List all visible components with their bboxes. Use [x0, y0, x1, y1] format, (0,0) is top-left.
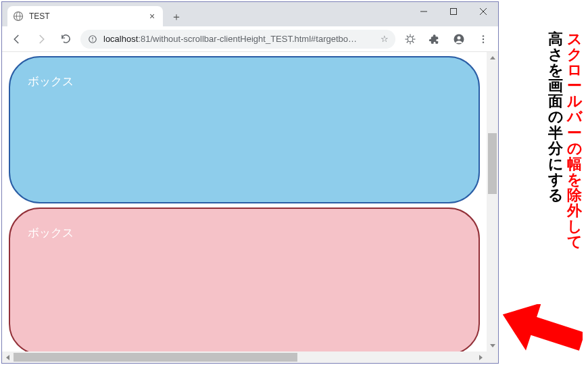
- url-port: :81: [138, 34, 150, 44]
- box-blue: ボックス: [9, 56, 480, 203]
- box-label: ボックス: [28, 75, 74, 88]
- forward-button[interactable]: [32, 30, 51, 49]
- scroll-left-button[interactable]: [2, 351, 14, 363]
- url-text: localhost:81/without-scrollbar-clientHei…: [103, 34, 375, 44]
- extension-icon[interactable]: [401, 30, 420, 49]
- address-bar[interactable]: localhost:81/without-scrollbar-clientHei…: [80, 30, 395, 49]
- tab-title: TEST: [29, 11, 141, 21]
- scroll-down-button[interactable]: [487, 340, 498, 351]
- new-tab-button[interactable]: ＋: [167, 7, 186, 26]
- box-pink: ボックス: [9, 208, 480, 351]
- horizontal-scrollbar[interactable]: [2, 351, 487, 363]
- svg-line-15: [407, 35, 408, 36]
- annotation-text-red: スクロールバーの幅を除外して: [566, 31, 583, 328]
- page-content: ボックス ボックス: [2, 52, 487, 351]
- annotation-overlay: スクロールバーの幅を除外して 高さを画面の半分にする: [501, 31, 588, 362]
- profile-avatar-icon[interactable]: [449, 30, 468, 49]
- toolbar: localhost:81/without-scrollbar-clientHei…: [2, 26, 498, 52]
- extensions-puzzle-icon[interactable]: [425, 30, 444, 49]
- arrow-icon: [495, 304, 583, 362]
- svg-marker-24: [495, 304, 583, 362]
- svg-line-16: [412, 41, 414, 43]
- vertical-scroll-thumb[interactable]: [488, 133, 497, 194]
- browser-window: TEST × ＋: [1, 1, 499, 364]
- site-info-icon[interactable]: [87, 34, 98, 45]
- box-label: ボックス: [28, 226, 74, 239]
- menu-kebab-icon[interactable]: [474, 30, 493, 49]
- window-controls: [409, 2, 498, 21]
- url-host: localhost: [103, 34, 138, 44]
- back-button[interactable]: [7, 30, 26, 49]
- svg-point-10: [408, 36, 413, 42]
- scroll-up-button[interactable]: [487, 52, 498, 64]
- svg-point-23: [483, 41, 484, 43]
- page-viewport: ボックス ボックス: [2, 52, 498, 363]
- globe-icon: [13, 11, 24, 22]
- scroll-right-button[interactable]: [475, 351, 487, 363]
- browser-tab[interactable]: TEST ×: [7, 6, 163, 26]
- url-path: /without-scrollbar-clientHeight_TEST.htm…: [150, 34, 357, 44]
- svg-line-18: [412, 35, 414, 36]
- titlebar: TEST × ＋: [2, 2, 498, 26]
- vertical-scrollbar[interactable]: [487, 52, 498, 351]
- maximize-button[interactable]: [439, 2, 468, 21]
- horizontal-scroll-thumb[interactable]: [14, 353, 297, 362]
- minimize-button[interactable]: [409, 2, 439, 21]
- plus-icon: ＋: [171, 10, 182, 24]
- annotation-text-black: 高さを画面の半分にする: [547, 31, 564, 328]
- scrollbar-corner: [487, 351, 498, 363]
- bookmark-star-icon[interactable]: ☆: [381, 34, 389, 44]
- svg-point-22: [483, 38, 484, 39]
- svg-rect-4: [451, 9, 457, 15]
- tab-close-icon[interactable]: ×: [147, 11, 157, 22]
- svg-point-9: [92, 40, 93, 41]
- svg-line-17: [407, 41, 408, 43]
- close-window-button[interactable]: [468, 2, 498, 21]
- reload-button[interactable]: [56, 30, 75, 49]
- svg-point-20: [458, 36, 461, 39]
- svg-point-21: [483, 35, 484, 36]
